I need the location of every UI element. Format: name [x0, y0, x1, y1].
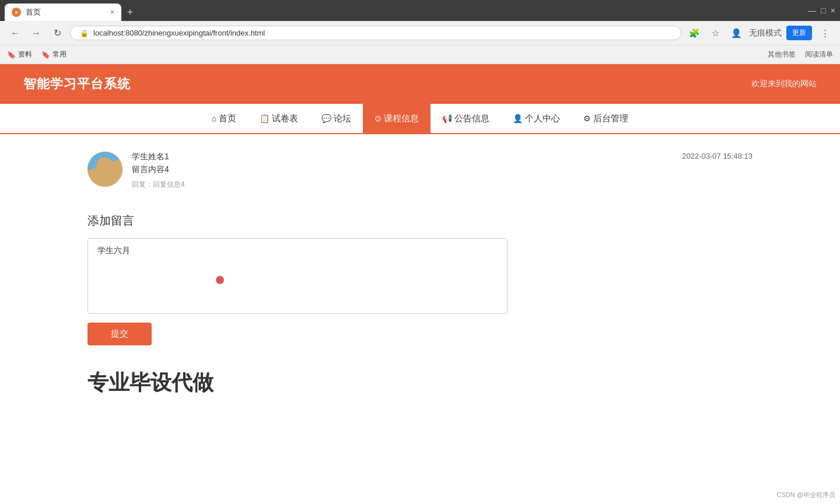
address-bar[interactable]: 🔒 localhost:8080/zhinengxuexipingtai/fro…: [70, 26, 681, 40]
profile-label: 无痕模式: [749, 28, 782, 38]
profile-button[interactable]: 👤: [728, 25, 744, 41]
comment-author: 学生姓名1: [132, 152, 169, 162]
bookmark-icon-2: 🔖: [41, 51, 50, 59]
nav-item-exams[interactable]: 📋 试卷表: [248, 104, 310, 133]
tab-close-button[interactable]: ×: [110, 8, 114, 16]
toolbar-right: 🧩 ☆ 👤 无痕模式 更新 ⋮: [686, 25, 833, 41]
profile-nav-icon: 👤: [513, 114, 523, 123]
browser-toolbar: ← → ↻ 🔒 localhost:8080/zhinengxuexipingt…: [0, 21, 840, 46]
minimize-icon[interactable]: —: [808, 6, 816, 15]
bookmark-icon-1: 🔖: [7, 51, 16, 59]
nav-label-profile: 个人中心: [525, 113, 560, 124]
maximize-icon[interactable]: □: [821, 6, 825, 15]
comment-textarea[interactable]: 学生六月: [88, 238, 508, 314]
avatar-figure: [88, 152, 123, 187]
comment-content-wrap: 学生姓名1 2022-03-07 15:48:13 留言内容4 回复：回复信息4: [132, 152, 752, 190]
menu-button[interactable]: ⋮: [817, 25, 833, 41]
nav-item-course[interactable]: ⊙ 课程信息: [363, 104, 430, 133]
nav-label-announcement: 公告信息: [454, 113, 489, 124]
close-icon[interactable]: ×: [831, 6, 835, 15]
site-header: 智能学习平台系统 欢迎来到我的网站: [0, 64, 840, 104]
other-bookmarks-link[interactable]: 其他书签: [768, 50, 796, 60]
submit-button[interactable]: 提交: [88, 323, 152, 345]
back-button[interactable]: ←: [7, 25, 23, 41]
home-icon: ⌂: [212, 114, 216, 123]
add-comment-title: 添加留言: [88, 213, 752, 229]
add-comment-section: 添加留言 学生六月 提交: [88, 213, 752, 345]
tab-area: ● 首页 × +: [5, 0, 803, 21]
browser-titlebar: ● 首页 × + — □ ×: [0, 0, 840, 21]
textarea-wrapper: 学生六月: [88, 238, 508, 316]
bookmark-item-1[interactable]: 🔖 资料: [7, 50, 32, 60]
refresh-button[interactable]: ↻: [49, 25, 65, 41]
site-title: 智能学习平台系统: [23, 75, 131, 93]
active-tab[interactable]: ● 首页 ×: [5, 4, 121, 21]
site-welcome: 欢迎来到我的网站: [751, 79, 817, 89]
comment-meta: 学生姓名1 2022-03-07 15:48:13: [132, 152, 752, 162]
window-controls: — □ ×: [808, 6, 835, 15]
nav-item-profile[interactable]: 👤 个人中心: [501, 104, 572, 133]
comment-reply: 回复：回复信息4: [132, 180, 752, 190]
comment-time: 2022-03-07 15:48:13: [682, 152, 752, 160]
extensions-button[interactable]: 🧩: [686, 25, 702, 41]
url-display: localhost:8080/zhinengxuexipingtai/front…: [93, 29, 265, 37]
forward-button[interactable]: →: [28, 25, 44, 41]
nav-item-forum[interactable]: 💬 论坛: [310, 104, 363, 133]
bookmarks-bar: 🔖 资料 🔖 常用 其他书签 阅读清单: [0, 46, 840, 64]
star-button[interactable]: ☆: [707, 25, 723, 41]
nav-label-admin: 后台管理: [593, 113, 628, 124]
new-tab-button[interactable]: +: [121, 4, 139, 21]
nav-label-home: 首页: [219, 113, 236, 124]
site-main: 学生姓名1 2022-03-07 15:48:13 留言内容4 回复：回复信息4…: [0, 134, 840, 421]
browser-window: ● 首页 × + — □ × ← → ↻ 🔒 localhost:8080/zh…: [0, 0, 840, 64]
reading-list-link[interactable]: 阅读清单: [805, 50, 833, 60]
update-button[interactable]: 更新: [786, 26, 812, 40]
nav-item-announcement[interactable]: 📢 公告信息: [430, 104, 501, 133]
nav-label-exams: 试卷表: [272, 113, 298, 124]
bookmarks-bar-right: 其他书签 阅读清单: [768, 50, 833, 60]
tab-label: 首页: [26, 7, 41, 18]
bookmark-item-2[interactable]: 🔖 常用: [41, 50, 66, 60]
tab-favicon: ●: [12, 8, 21, 17]
forum-icon: 💬: [321, 114, 331, 123]
nav-item-home[interactable]: ⌂ 首页: [200, 104, 248, 133]
comment-text: 留言内容4: [132, 164, 752, 175]
comment-avatar: [88, 152, 123, 187]
nav-label-forum: 论坛: [334, 113, 351, 124]
site-nav: ⌂ 首页 📋 试卷表 💬 论坛 ⊙ 课程信息 📢 公告信息 👤 个人中心 ⚙ 后…: [0, 104, 840, 134]
footer-title: 专业毕设代做: [88, 369, 752, 397]
announcement-icon: 📢: [442, 114, 452, 123]
nav-label-course: 课程信息: [384, 113, 419, 124]
nav-item-admin[interactable]: ⚙ 后台管理: [572, 104, 640, 133]
exam-icon: 📋: [260, 114, 270, 123]
comment-item: 学生姓名1 2022-03-07 15:48:13 留言内容4 回复：回复信息4: [88, 146, 752, 195]
admin-icon: ⚙: [583, 114, 591, 123]
course-icon: ⊙: [374, 114, 382, 123]
lock-icon: 🔒: [80, 29, 89, 37]
website-content: 智能学习平台系统 欢迎来到我的网站 ⌂ 首页 📋 试卷表 💬 论坛 ⊙ 课程信息…: [0, 64, 840, 473]
